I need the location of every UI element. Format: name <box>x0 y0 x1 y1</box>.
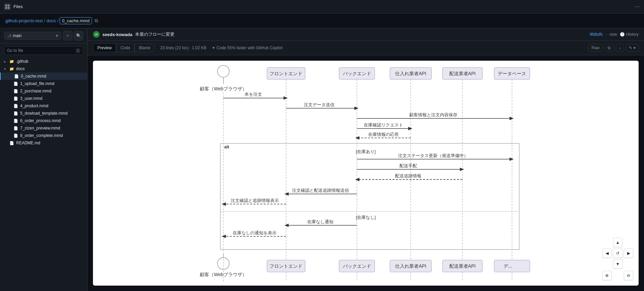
svg-point-4 <box>218 65 229 77</box>
file-tree: ▸📁.github▾📁docs📄0_cache.mmd📄1_upload_fil… <box>0 58 87 291</box>
chevron-right-icon: ▸ <box>4 60 7 63</box>
svg-text:注文データ送信: 注文データ送信 <box>304 103 334 107</box>
history-link[interactable]: 🕐 History <box>620 32 639 37</box>
content-area: sk seeds-kowada 本屋のフローに変更 9fdbdfc · now … <box>88 28 644 291</box>
svg-rect-1 <box>8 5 9 6</box>
svg-text:在庫なし通知: 在庫なし通知 <box>307 219 333 224</box>
pan-up-button[interactable]: ▲ <box>613 238 622 247</box>
svg-marker-36 <box>355 136 360 140</box>
breadcrumb-repo[interactable]: github-projects-test <box>5 18 43 23</box>
svg-marker-52 <box>284 192 289 196</box>
svg-marker-49 <box>355 178 360 181</box>
tree-item-6_order_process-mmd[interactable]: 📄6_order_process.mmd <box>0 117 87 124</box>
sidebar-branch: ⎇ main ▾ + 🔍 <box>0 28 87 43</box>
tree-item-label: README.md <box>16 141 40 145</box>
zoom-out-button[interactable]: ⊖ <box>624 271 633 280</box>
tree-item--github[interactable]: ▸📁.github <box>0 58 87 65</box>
reset-view-button[interactable]: ↺ <box>613 249 622 258</box>
copilot-badge[interactable]: ✦ Code 55% faster with GitHub Copilot <box>212 46 282 50</box>
chevron-down-icon: ▾ <box>4 67 7 71</box>
tree-item-label: 0_cache.mmd <box>21 74 46 79</box>
tab-preview[interactable]: Preview <box>93 43 116 52</box>
tree-item-docs[interactable]: ▾📁docs <box>0 65 87 72</box>
diagram-svg[interactable]: 顧客（Webブラウザ） フロントエンド バックエンド 仕入れ業者API 配送業者… <box>93 61 639 286</box>
app-icon <box>4 3 11 10</box>
svg-text:仕入れ業者API: 仕入れ業者API <box>395 263 426 269</box>
top-bar-left: Files <box>4 3 23 10</box>
tab-code[interactable]: Code <box>116 43 135 52</box>
svg-text:フロントエンド: フロントエンド <box>269 263 302 269</box>
history-label: History <box>626 32 639 37</box>
edit-button[interactable]: ✎ ▾ <box>626 44 639 52</box>
pan-left-button[interactable]: ◀ <box>602 249 612 258</box>
svg-rect-3 <box>8 7 9 9</box>
tree-item-3_user-mmd[interactable]: 📄3_user.mmd <box>0 95 87 102</box>
zoom-in-button[interactable]: ⊕ <box>602 271 612 280</box>
copy-path-icon[interactable]: ⧉ <box>95 18 98 24</box>
commit-dot: · <box>606 32 607 37</box>
folder-icon: 📁 <box>9 59 14 64</box>
tree-item-label: 4_product.mmd <box>20 104 48 108</box>
tab-blame[interactable]: Blame <box>134 43 155 52</box>
tree-item-label: 6_order_process.mmd <box>20 118 61 123</box>
copy-raw-button[interactable]: ⧉ <box>605 44 614 52</box>
tree-item-2_purchase-mmd[interactable]: 📄2_purchase.mmd <box>0 87 87 95</box>
tree-item-0_cache-mmd[interactable]: 📄0_cache.mmd <box>0 72 87 80</box>
commit-time: now <box>610 32 617 37</box>
commit-meta: 9fdbdfc · now 🕐 History <box>590 32 639 37</box>
search-input[interactable]: Go to file t <box>4 46 83 55</box>
breadcrumb-sep-1: / <box>44 18 45 23</box>
svg-marker-46 <box>460 168 464 171</box>
tree-item-4_product-mmd[interactable]: 📄4_product.mmd <box>0 102 87 110</box>
more-options-button[interactable]: ⋯ <box>635 3 640 10</box>
file-icon: 📄 <box>13 119 18 123</box>
svg-text:在庫確認リクエスト: 在庫確認リクエスト <box>364 122 403 127</box>
sidebar: ⎇ main ▾ + 🔍 Go to file t ▸📁.github▾📁doc… <box>0 28 88 291</box>
file-icon: 📄 <box>13 111 18 116</box>
branch-icon: ⎇ <box>7 34 11 38</box>
nav-controls: ▲ ◀ ↺ ▶ ▼ ⊕ ⊖ <box>602 238 633 280</box>
tree-item-label: 3_user.mmd <box>20 96 42 101</box>
tree-item-8_order_complete-mmd[interactable]: 📄8_order_complete.mmd <box>0 132 87 139</box>
breadcrumb-bar: github-projects-test / docs / 0_cache.mm… <box>0 13 644 28</box>
svg-marker-55 <box>222 202 226 206</box>
file-icon: 📄 <box>13 134 18 138</box>
nav-row-top: ▲ <box>602 238 633 247</box>
breadcrumb-folder[interactable]: docs <box>46 18 56 23</box>
svg-marker-33 <box>408 127 413 130</box>
svg-text:配送追跡情報: 配送追跡情報 <box>395 174 421 178</box>
search-bar-container: Go to file t <box>0 43 87 58</box>
file-icon: 📄 <box>13 96 18 101</box>
tree-item-5_dowload_template-mmd[interactable]: 📄5_dowload_template.mmd <box>0 110 87 117</box>
download-button[interactable]: ↓ <box>616 44 624 52</box>
tree-item-1_upload_file-mmd[interactable]: 📄1_upload_file.mmd <box>0 80 87 87</box>
chevron-down-icon: ▾ <box>56 33 58 38</box>
tree-item-7_zizen_preview-mmd[interactable]: 📄7_zizen_preview.mmd <box>0 124 87 132</box>
svg-text:alt: alt <box>224 145 229 150</box>
svg-marker-27 <box>354 107 359 110</box>
tree-item-README-md[interactable]: 📄README.md <box>0 139 87 147</box>
svg-text:顧客（Webブラウザ）: 顧客（Webブラウザ） <box>200 86 247 91</box>
svg-marker-24 <box>284 96 288 100</box>
pan-down-button[interactable]: ▼ <box>613 259 622 269</box>
avatar: sk <box>93 31 100 38</box>
branch-name: main <box>13 33 22 38</box>
diagram-container: 顧客（Webブラウザ） フロントエンド バックエンド 仕入れ業者API 配送業者… <box>93 61 639 286</box>
svg-rect-2 <box>5 7 7 9</box>
app-title: Files <box>13 4 23 9</box>
pan-right-button[interactable]: ▶ <box>624 249 633 258</box>
commit-author: seeds-kowada <box>102 32 132 37</box>
branch-selector[interactable]: ⎇ main ▾ <box>4 32 61 40</box>
search-placeholder: Go to file <box>7 48 23 53</box>
raw-button[interactable]: Raw <box>588 44 603 52</box>
add-file-button[interactable]: + <box>63 31 72 40</box>
search-shortcut-badge: t <box>76 49 80 53</box>
search-file-button[interactable]: 🔍 <box>74 31 83 40</box>
commit-hash[interactable]: 9fdbdfc <box>590 32 603 37</box>
history-clock-icon: 🕐 <box>620 32 625 37</box>
file-icon: 📄 <box>9 141 14 145</box>
file-tabs: PreviewCodeBlame <box>93 43 155 52</box>
tree-item-label: 2_purchase.mmd <box>20 89 52 93</box>
tree-item-label: 8_order_complete.mmd <box>20 133 63 138</box>
file-actions: Raw ⧉ ↓ ✎ ▾ <box>588 44 639 52</box>
